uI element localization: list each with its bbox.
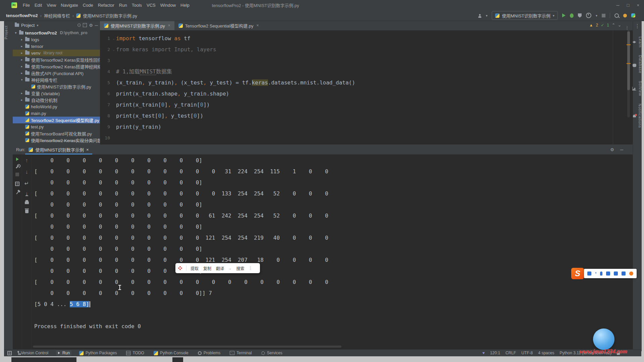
restore-layout-icon[interactable]	[15, 182, 19, 186]
menu-refactor[interactable]: Refactor	[96, 2, 117, 9]
tree-row[interactable]: main.py	[13, 110, 100, 117]
tree-row[interactable]: Tensorflow2 Sequential模型构建.py	[13, 117, 100, 123]
project-hscrollbar[interactable]	[33, 140, 93, 142]
breadcrumb-item[interactable]: 使用MNIST识别数字示例.py	[83, 12, 137, 19]
popup-item--[interactable]: 搜索	[236, 265, 244, 271]
mic-icon[interactable]	[600, 272, 602, 276]
menu-window[interactable]: Window	[158, 2, 178, 9]
code-line[interactable]: 7print(x_train[0], y_train[0])	[100, 99, 633, 110]
tool-window-button-python-packages[interactable]: Python Packages	[77, 350, 118, 356]
screenshot-icon[interactable]	[606, 272, 610, 276]
warning-mark[interactable]	[627, 44, 631, 45]
sogou-logo-icon[interactable]: S	[571, 268, 584, 279]
right-strip-tab-learn[interactable]: Learn	[633, 37, 642, 48]
maximize-button[interactable]: □	[627, 3, 630, 8]
toolbox-icon[interactable]	[622, 272, 626, 276]
run-config-select[interactable]: 使用MNIST识别数字示例 ▾	[492, 11, 557, 20]
quote-icon[interactable]: ’	[595, 272, 596, 276]
panel-settings-icon[interactable]: ⚙	[89, 23, 93, 28]
ocr-tool-icon[interactable]	[179, 267, 181, 269]
soft-wrap-icon[interactable]: ↵	[24, 180, 29, 187]
clear-console-icon[interactable]	[25, 209, 29, 213]
right-strip-tab-sciview[interactable]: SciView	[632, 81, 642, 96]
up-stacktrace-icon[interactable]: ↑	[25, 158, 28, 164]
status-widget-icon[interactable]: ♥	[482, 351, 485, 355]
right-strip-tab-notifications[interactable]: Notifications	[633, 104, 642, 128]
tree-chevron-icon[interactable]: ▸	[20, 51, 23, 55]
minimize-button[interactable]: ─	[616, 3, 619, 8]
editor-scrollbar-thumb[interactable]	[627, 32, 630, 90]
print-icon[interactable]	[25, 201, 29, 204]
hide-panel-icon[interactable]: ─	[95, 23, 98, 28]
tool-window-button-python-console[interactable]: Python Console	[152, 350, 190, 356]
menu-run[interactable]: Run	[117, 2, 129, 9]
tree-row[interactable]: test.py	[13, 123, 100, 130]
tool-window-button-version-control[interactable]: Version Control	[16, 350, 50, 356]
popup-item--[interactable]: 提取	[191, 265, 199, 271]
tree-chevron-icon[interactable]: ▸	[20, 58, 23, 61]
run-settings-icon[interactable]: ⚙	[610, 147, 614, 152]
breadcrumb-item[interactable]: 神经网络专栏	[44, 12, 70, 19]
tool-window-button-problems[interactable]: Problems	[196, 350, 222, 356]
prev-problem-icon[interactable]: ⌃	[612, 23, 615, 27]
indent-style[interactable]: 4 spaces	[538, 351, 554, 355]
popup-item--[interactable]: 复制	[203, 265, 211, 271]
run-button[interactable]	[562, 13, 566, 17]
menu-code[interactable]: Code	[80, 2, 96, 9]
tool-window-button-todo[interactable]: TODO	[124, 350, 146, 356]
tool-window-button-terminal[interactable]: >_Terminal	[228, 350, 253, 356]
project-panel-title[interactable]: Project	[21, 23, 35, 28]
popup-more-icon[interactable]: ⋮	[248, 266, 252, 270]
inspections-widget[interactable]: ▲ 2 ✓ 1 ⌃ ⌄	[589, 23, 621, 27]
hide-run-panel-icon[interactable]: ─	[620, 147, 623, 152]
menu-vcs[interactable]: VCS	[144, 2, 158, 9]
fold-marker-icon[interactable]: ⌄	[111, 44, 116, 55]
close-icon[interactable]: ×	[168, 23, 170, 28]
tree-row[interactable]: ▸venvlibrary root	[13, 50, 100, 56]
assistant-floating-button[interactable]	[593, 328, 614, 350]
tree-chevron-icon[interactable]: ▸	[20, 38, 23, 41]
run-tab[interactable]: 使用MNIST识别数字示例 ×	[25, 144, 92, 155]
editor-tab[interactable]: 使用MNIST识别数字示例.py×	[100, 21, 174, 30]
tree-row[interactable]: ▸logs	[13, 36, 100, 43]
next-problem-icon[interactable]: ⌄	[618, 23, 621, 27]
rerun-button[interactable]	[16, 158, 19, 161]
tab-options-icon[interactable]: ⋮	[622, 25, 633, 30]
file-encoding[interactable]: UTF-8	[521, 351, 533, 355]
tree-row[interactable]: ▾神经网络专栏	[13, 76, 100, 83]
tool-window-button-services[interactable]: Services	[260, 350, 284, 356]
tree-row[interactable]: ▸使用Tensorflow2 Keras实现线性回归	[13, 56, 100, 63]
breadcrumb-item[interactable]: tensorflowPro2	[6, 13, 38, 18]
user-chevron-icon[interactable]: ▾	[486, 14, 487, 17]
tree-row[interactable]: helloWorld.py	[13, 103, 100, 110]
tree-chevron-icon[interactable]: ▾	[20, 78, 23, 81]
tree-row[interactable]: ▸变量 (Variable)	[13, 90, 100, 97]
tree-chevron-icon[interactable]: ▸	[20, 92, 23, 95]
ime-mode-icon[interactable]	[587, 272, 591, 276]
down-stacktrace-icon[interactable]: ↓	[25, 169, 28, 175]
left-strip-tab-project[interactable]: Project	[4, 25, 13, 39]
project-chevron-icon[interactable]: ▾	[37, 23, 38, 27]
menu-help[interactable]: Help	[178, 2, 192, 9]
scroll-to-end-icon[interactable]: ↓	[25, 192, 28, 196]
right-strip-tab-database[interactable]: Database	[633, 55, 642, 73]
popup-item--[interactable]: 翻译	[216, 265, 224, 271]
code-line[interactable]: 4# 1,加载MNIST数据集	[100, 66, 633, 77]
code-line[interactable]: 5(x_train, y_train), (x_test, y_test) = …	[100, 77, 633, 88]
collapse-all-icon[interactable]: −	[83, 23, 87, 27]
tree-row[interactable]: ▸自动微分机制	[13, 97, 100, 103]
tool-window-button-run[interactable]: Run	[56, 350, 71, 356]
menu-edit[interactable]: Edit	[32, 2, 44, 9]
profiler-button[interactable]	[586, 13, 591, 18]
ime-more-icon[interactable]	[629, 272, 633, 276]
debug-button[interactable]	[570, 13, 574, 18]
settings-sync-icon[interactable]	[623, 14, 627, 17]
tool-window-switcher-icon[interactable]	[7, 351, 12, 355]
fold-marker-icon[interactable]: ⌄	[111, 33, 116, 44]
code-editor[interactable]: 1⌄import tensorflow as tf2⌄from keras im…	[100, 31, 633, 143]
tree-chevron-icon[interactable]: ▸	[20, 71, 23, 75]
locate-file-icon[interactable]	[77, 23, 81, 27]
ide-features-icon[interactable]	[631, 13, 635, 17]
menu-tools[interactable]: Tools	[129, 2, 144, 9]
more-tool-windows-icon[interactable]: ⋮	[635, 23, 640, 29]
